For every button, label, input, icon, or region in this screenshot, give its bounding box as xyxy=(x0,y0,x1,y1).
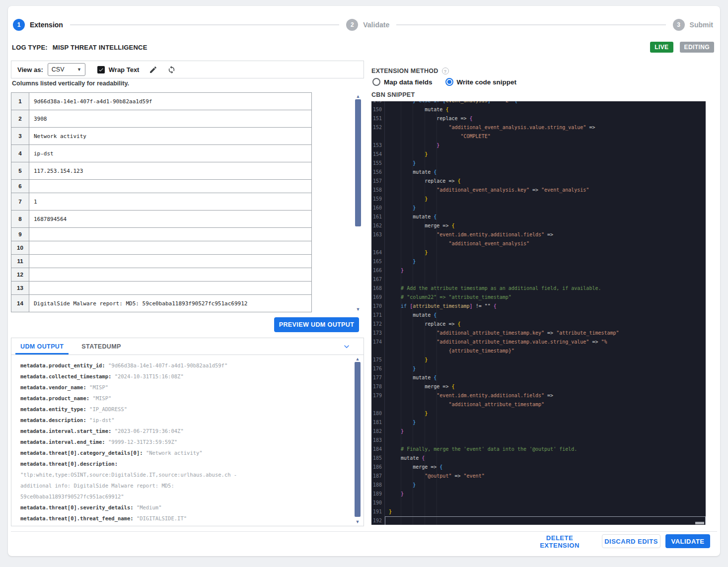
code-line[interactable]: 152 "additional_event_analysis.value.str… xyxy=(371,123,706,141)
line-number: 169 xyxy=(371,293,385,302)
collapse-chevron-icon[interactable] xyxy=(342,342,352,352)
code-line[interactable]: 176 } xyxy=(371,364,706,373)
code-line[interactable]: 171 mutate { xyxy=(371,311,706,320)
scroll-up-icon[interactable]: ▲ xyxy=(354,356,362,361)
code-line[interactable]: 158 "additional_event_analysis.key" => "… xyxy=(371,186,706,195)
code-line[interactable]: 169 # "column22" => "attribute_timestamp… xyxy=(371,293,706,302)
scroll-down-icon[interactable]: ▼ xyxy=(354,519,362,524)
code-line[interactable]: 178 merge => { xyxy=(371,382,706,391)
code-line[interactable]: 185 mutate { xyxy=(371,454,706,463)
code-line[interactable]: 189 } xyxy=(371,490,706,498)
code-line[interactable]: 149 } else if [event_analysis] == "2" { xyxy=(371,101,706,105)
cbn-code-editor[interactable]: 149 } else if [event_analysis] == "2" {1… xyxy=(371,101,706,525)
row-value[interactable] xyxy=(29,180,311,193)
code-line[interactable]: 173 "additional_attribute_timestamp.key"… xyxy=(371,329,706,338)
scrollbar-thumb[interactable] xyxy=(355,362,361,517)
code-line[interactable]: 153 } xyxy=(371,141,706,150)
code-line[interactable]: 167 xyxy=(371,275,706,284)
code-line[interactable]: 175 } xyxy=(371,355,706,364)
radio-circle[interactable] xyxy=(445,78,453,86)
code-line[interactable]: 192 xyxy=(371,516,706,525)
code-line[interactable]: 157 replace => { xyxy=(371,177,706,186)
code-text: # Add the attribute timestamp as an addi… xyxy=(385,284,706,293)
code-line[interactable]: 174 "additional_attribute_timestamp.valu… xyxy=(371,338,706,355)
tab-statedump[interactable]: STATEDUMP xyxy=(73,338,130,354)
stepper: 1Extension2Validate3Submit xyxy=(13,19,713,31)
code-line[interactable]: 159 } xyxy=(371,195,706,204)
row-value[interactable]: Network activity xyxy=(29,128,311,144)
code-line[interactable]: 177 mutate { xyxy=(371,373,706,382)
row-value[interactable]: 9d66d38a-14e1-407f-a4d1-90b82aa1d59f xyxy=(29,93,311,110)
row-value[interactable]: DigitalSide Malware report: MD5: 59ce0ba… xyxy=(29,295,311,312)
code-line[interactable]: 181 } xyxy=(371,418,706,427)
code-line[interactable]: 165 } xyxy=(371,257,706,266)
code-line[interactable]: 156 mutate { xyxy=(371,168,706,177)
row-value[interactable]: 3908 xyxy=(29,110,311,127)
line-number: 160 xyxy=(371,204,385,213)
scrollbar-thumb[interactable] xyxy=(355,99,361,226)
view-as-select[interactable]: CSV ▼ xyxy=(48,63,85,76)
stepper-step-validate[interactable]: 2 xyxy=(346,19,358,31)
table-row: 12 xyxy=(11,268,311,282)
code-line[interactable]: 182 } xyxy=(371,427,706,436)
stepper-connector xyxy=(396,24,665,25)
udm-scrollbar[interactable]: ▲ ▼ xyxy=(354,355,362,525)
code-line[interactable]: 186 merge => { xyxy=(371,463,706,472)
code-line[interactable]: 168 # Add the attribute timestamp as an … xyxy=(371,284,706,293)
table-scrollbar[interactable]: ▲ ▼ xyxy=(354,93,362,313)
code-line[interactable]: 188 } xyxy=(371,481,706,490)
row-value[interactable] xyxy=(29,282,311,294)
stepper-step-submit[interactable]: 3 xyxy=(673,19,685,31)
row-value[interactable]: ip-dst xyxy=(29,145,311,162)
tab-udm-output[interactable]: UDM OUTPUT xyxy=(11,338,73,354)
code-line[interactable]: 161 mutate { xyxy=(371,213,706,221)
preview-udm-output-button[interactable]: PREVIEW UDM OUTPUT xyxy=(274,317,359,332)
row-value[interactable] xyxy=(29,255,311,268)
refresh-icon[interactable] xyxy=(167,66,176,74)
code-line[interactable]: 151 replace => { xyxy=(371,114,706,123)
help-icon[interactable]: ? xyxy=(442,68,449,74)
edit-pencil-icon[interactable] xyxy=(149,66,157,74)
row-number: 4 xyxy=(11,145,29,162)
row-value[interactable] xyxy=(29,268,311,281)
wrap-text-checkbox[interactable] xyxy=(97,66,105,73)
delete-extension-button[interactable]: DELETE EXTENSION xyxy=(527,534,592,548)
code-line[interactable]: 190 xyxy=(371,498,706,507)
radio-write-code-snippet[interactable]: Write code snippet xyxy=(445,78,517,86)
footer-divider xyxy=(11,531,717,532)
stepper-step-extension[interactable]: 1 xyxy=(13,19,25,31)
validate-button[interactable]: VALIDATE xyxy=(665,534,710,548)
row-value[interactable]: 117.253.154.123 xyxy=(29,162,311,179)
row-number: 14 xyxy=(11,295,29,312)
row-value[interactable] xyxy=(29,241,311,254)
line-number: 178 xyxy=(371,382,385,391)
code-line[interactable]: 180 } xyxy=(371,409,706,418)
code-line[interactable]: 184 # Finally, merge the 'event' data in… xyxy=(371,445,706,454)
editor-hscroll-thumb[interactable] xyxy=(695,522,704,524)
code-line[interactable]: 154 } xyxy=(371,150,706,159)
code-line[interactable]: 150 mutate { xyxy=(371,105,706,114)
code-line[interactable]: 163 "event.idm.entity.additional.fields"… xyxy=(371,230,706,248)
code-line[interactable]: 170 if [attribute_timestamp] != "" { xyxy=(371,302,706,311)
code-line[interactable]: 162 merge => { xyxy=(371,221,706,230)
discard-edits-button[interactable]: DISCARD EDITS xyxy=(602,534,660,548)
radio-map-data-fields[interactable]: Map data fields xyxy=(372,78,433,86)
code-line[interactable]: 179 "event.idm.entity.additional.fields"… xyxy=(371,391,706,409)
radio-circle[interactable] xyxy=(372,78,380,86)
line-number: 166 xyxy=(371,266,385,275)
code-line[interactable]: 155 } xyxy=(371,159,706,168)
line-number: 187 xyxy=(371,472,385,481)
code-line[interactable]: 160 } xyxy=(371,204,706,213)
row-value[interactable] xyxy=(29,228,311,241)
code-line[interactable]: 187 "@output" => "event" xyxy=(371,472,706,481)
code-line[interactable]: 191} xyxy=(371,507,706,516)
row-value[interactable]: 1 xyxy=(29,193,311,210)
scroll-down-icon[interactable]: ▼ xyxy=(354,307,362,312)
udm-key: metadata.interval.start_time: xyxy=(20,428,111,434)
code-line[interactable]: 166 } xyxy=(371,266,706,275)
code-line[interactable]: 183 xyxy=(371,436,706,445)
row-value[interactable]: 1687894564 xyxy=(29,211,311,227)
scroll-up-icon[interactable]: ▲ xyxy=(354,94,362,99)
code-line[interactable]: 164 } xyxy=(371,248,706,257)
code-line[interactable]: 172 replace => { xyxy=(371,320,706,329)
